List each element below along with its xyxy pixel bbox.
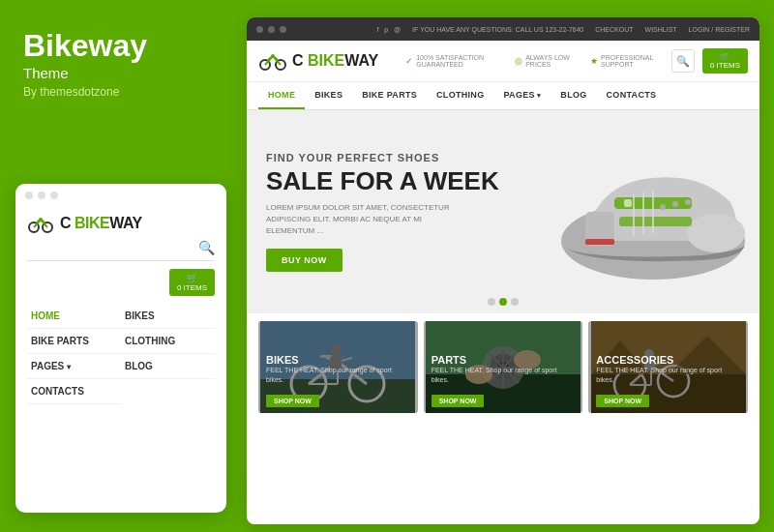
header-cart-button[interactable]: 🛒 0 ITEMS — [702, 48, 748, 74]
cat-card-parts: PARTS FEEL THE HEAT. Shop our range of s… — [424, 321, 583, 413]
bikes-card-content: BIKES FEEL THE HEAT. Shop our range of s… — [258, 348, 418, 413]
mockup-dot-3 — [50, 192, 58, 199]
topbar-checkout[interactable]: CHECKOUT — [595, 26, 633, 33]
parts-card-content: PARTS FEEL THE HEAT. Shop our range of s… — [424, 348, 583, 413]
nav-home[interactable]: HOME — [258, 82, 305, 109]
search-icon[interactable]: 🔍 — [198, 240, 215, 255]
accessories-card-title: ACCESSORIES — [596, 354, 740, 366]
accessories-card-desc: FEEL THE HEAT. Shop our range of sport b… — [596, 366, 740, 385]
satisfaction-text: 100% SATISFACTION GUARANTEED — [416, 54, 501, 68]
category-cards: BIKES FEEL THE HEAT. Shop our range of s… — [247, 313, 759, 421]
desktop-header: C BIKEWAY ✓ 100% SATISFACTION GUARANTEED… — [247, 41, 759, 82]
mockup-cart-label: 0 ITEMS — [177, 283, 207, 292]
nav-contacts[interactable]: CONTACTS — [597, 82, 667, 109]
accessories-card-content: ACCESSORIES FEEL THE HEAT. Shop our rang… — [588, 348, 748, 413]
hero-buy-button[interactable]: BUY NOW — [266, 249, 342, 272]
nav-pages[interactable]: PAGES — [493, 82, 551, 109]
topbar-contact: IF YOU HAVE ANY QUESTIONS: CALL US 123-2… — [412, 26, 583, 33]
mockup-search-bar: 🔍 — [27, 240, 215, 261]
desktop-logo-text: C BIKEWAY — [292, 52, 378, 70]
mockup-nav-bikes[interactable]: Bikes — [121, 304, 215, 329]
topbar-wishlist[interactable]: WISHLIST — [645, 26, 677, 33]
bikes-card-title: BIKES — [266, 354, 410, 366]
mockup-nav: HOME Bikes BIKE PARTS cloTHing PAGES BLO… — [27, 304, 215, 404]
hero-slider-dots — [488, 298, 519, 306]
hero-dot-1[interactable] — [488, 298, 495, 306]
cart-icon: 🛒 — [186, 273, 197, 283]
desktop-logo: C BIKEWAY — [258, 50, 378, 72]
header-cart-label: 0 ITEMS — [710, 61, 740, 70]
brand-by: By themesdotzone — [23, 85, 217, 99]
topbar-social: f p @ — [376, 26, 401, 33]
mockup-nav-bike-parts[interactable]: BIKE PARTS — [27, 329, 121, 354]
desktop-topbar: f p @ IF YOU HAVE ANY QUESTIONS: CALL US… — [247, 17, 759, 41]
hero-content: FIND YOUR PERFECT SHOES SALE FOR A WEEK … — [247, 133, 759, 292]
desktop-dot-2 — [268, 26, 275, 33]
mockup-dots — [15, 184, 226, 205]
hero-dot-3[interactable] — [511, 298, 519, 306]
desktop-logo-icon — [258, 50, 287, 72]
mockup-nav-pages[interactable]: PAGES — [27, 354, 121, 379]
mockup-nav-clothing[interactable]: cloTHing — [121, 329, 215, 354]
bikes-card-desc: FEEL THE HEAT. Shop our range of sport b… — [266, 366, 410, 385]
desktop-dot-1 — [256, 26, 263, 33]
mockup-logo: C BIKEWAY — [27, 213, 215, 234]
mockup-body: C BIKEWAY 🔍 🛒 0 ITEMS HOME Bikes BIKE PA… — [15, 213, 226, 404]
left-panel: Bikeway Theme By themesdotzone C BIKEWAY… — [0, 0, 240, 532]
cat-card-bikes: BIKES FEEL THE HEAT. Shop our range of s… — [258, 321, 418, 413]
topbar-right: f p @ IF YOU HAVE ANY QUESTIONS: CALL US… — [376, 26, 750, 33]
mockup-nav-contacts[interactable]: CONTACTS — [27, 379, 121, 404]
desktop-mockup: f p @ IF YOU HAVE ANY QUESTIONS: CALL US… — [247, 17, 759, 524]
header-actions: 🔍 🛒 0 ITEMS — [671, 48, 748, 74]
brand-theme: Theme — [23, 65, 217, 81]
parts-card-desc: FEEL THE HEAT. Shop our range of sport b… — [432, 366, 576, 385]
mockup-nav-home[interactable]: HOME — [27, 304, 121, 329]
support-text: PROFESSIONAL SUPPORT — [601, 54, 664, 68]
topbar-login[interactable]: LOGIN / REGISTER — [689, 26, 750, 33]
mockup-dot-1 — [25, 192, 33, 199]
nav-blog[interactable]: BLOG — [551, 82, 596, 109]
mockup-cart-area: 🛒 0 ITEMS — [27, 269, 215, 296]
logo-icon — [27, 213, 54, 234]
header-badges: ✓ 100% SATISFACTION GUARANTEED ◎ ALWAYS … — [405, 54, 664, 68]
cat-card-accessories: ACCESSORIES FEEL THE HEAT. Shop our rang… — [588, 321, 748, 413]
hero-section: FIND YOUR PERFECT SHOES SALE FOR A WEEK … — [247, 110, 759, 313]
satisfaction-icon: ✓ — [405, 56, 413, 66]
hero-desc: LOREM IPSUM DOLOR SIT AMET, CONSECTETUR … — [266, 202, 460, 237]
nav-bikes[interactable]: BIKES — [305, 82, 352, 109]
nav-bike-parts[interactable]: BIKE PARTS — [352, 82, 427, 109]
support-icon: ★ — [590, 56, 598, 66]
header-badge-satisfaction: ✓ 100% SATISFACTION GUARANTEED — [405, 54, 501, 68]
parts-shop-button[interactable]: SHOP NOW — [432, 395, 485, 407]
mockup-dot-2 — [38, 192, 45, 199]
header-badge-prices: ◎ ALWAYS LOW PRICES — [515, 54, 577, 68]
desktop-dot-3 — [280, 26, 286, 33]
hero-dot-2[interactable] — [499, 298, 507, 306]
desktop-nav: HOME BIKES BIKE PARTS CLOTHING PAGES BLO… — [247, 82, 759, 110]
hero-title: SALE FOR A WEEK — [266, 167, 740, 195]
header-search-button[interactable]: 🔍 — [671, 49, 695, 73]
prices-text: ALWAYS LOW PRICES — [525, 54, 577, 68]
nav-clothing[interactable]: CLOTHING — [427, 82, 493, 109]
prices-icon: ◎ — [515, 56, 522, 66]
mobile-mockup: C BIKEWAY 🔍 🛒 0 ITEMS HOME Bikes BIKE PA… — [15, 184, 226, 513]
accessories-shop-button[interactable]: SHOP NOW — [596, 395, 649, 407]
bikes-shop-button[interactable]: SHOP NOW — [266, 395, 319, 407]
mockup-nav-blog[interactable]: BLOG — [121, 354, 215, 379]
mockup-logo-text: C BIKEWAY — [60, 215, 142, 232]
parts-card-title: PARTS — [432, 354, 576, 366]
hero-subtitle: FIND YOUR PERFECT SHOES — [266, 152, 740, 163]
cart-icon: 🛒 — [720, 52, 729, 61]
brand-title: Bikeway — [23, 29, 217, 63]
mockup-cart-button[interactable]: 🛒 0 ITEMS — [169, 269, 215, 296]
header-badge-support: ★ PROFESSIONAL SUPPORT — [590, 54, 664, 68]
